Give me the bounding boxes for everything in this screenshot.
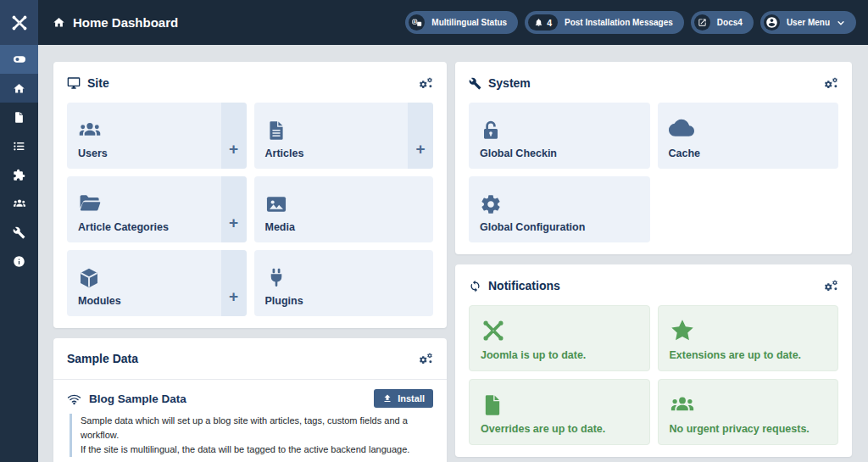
topbar-actions: Multilingual Status 4 Post Installation … [405,11,868,34]
file-icon [481,393,504,417]
tile-label: Global Checkin [480,148,557,159]
topbar: Home Dashboard Multilingual Status 4 Pos… [0,0,868,45]
cogs-icon [824,279,838,293]
tile-overrides-status[interactable]: Overrides are up to date. [469,379,650,445]
user-icon [764,14,780,31]
external-link-icon [694,14,710,31]
tile-users[interactable]: Users + [67,103,247,169]
sidebar-item-help[interactable] [0,247,38,276]
system-panel-header: System [469,72,838,94]
sync-icon [469,280,481,292]
tile-label: Articles [265,148,304,159]
tile-article-categories[interactable]: Article Categories + [67,176,247,242]
status-text: Joomla is up to date. [481,349,586,361]
home-icon [53,16,65,29]
menu-toggle-icon [13,53,26,66]
blog-sample-data-title: Blog Sample Data [89,392,186,405]
site-panel: Site Users + Articles + [53,62,447,328]
notifications-panel-header: Notifications [469,275,838,297]
user-menu-button[interactable]: User Menu [760,11,856,34]
sample-data-description: Sample data which will set up a blog sit… [70,414,433,457]
gear-icon [480,193,502,215]
tile-label: Global Configuration [480,221,585,233]
sidebar-item-users[interactable] [0,189,38,218]
tile-joomla-update-status[interactable]: Joomla is up to date. [469,305,650,371]
tile-extensions-update-status[interactable]: Extensions are up to date. [658,305,839,371]
joomla-logo-icon [10,14,29,32]
left-column: Site Users + Articles + [53,62,447,462]
sample-data-header: Sample Data [53,338,447,379]
user-menu-label: User Menu [787,18,830,27]
content-file-icon [13,111,25,124]
plug-icon [265,267,287,289]
system-options-button[interactable] [824,76,838,91]
users-icon [78,118,102,142]
add-user-button[interactable]: + [221,103,247,169]
chevron-down-icon [837,19,845,27]
tile-plugins[interactable]: Plugins [254,250,434,316]
multilingual-status-label: Multilingual Status [431,18,507,27]
status-text: Overrides are up to date. [481,423,605,435]
page-title-text: Home Dashboard [73,15,178,30]
cloud-icon [669,116,694,142]
upload-icon [382,393,392,404]
sidebar-item-system[interactable] [0,218,38,247]
tile-media[interactable]: Media [254,176,434,242]
wrench-icon [469,77,481,90]
star-icon [670,318,695,343]
sidebar-item-menus[interactable] [0,131,38,160]
language-icon [409,14,425,31]
post-installation-messages-label: Post Installation Messages [565,18,673,27]
tile-label: Modules [78,295,121,307]
sample-data-title: Sample Data [67,352,138,365]
joomla-icon [481,318,506,343]
post-installation-messages-button[interactable]: 4 Post Installation Messages [525,11,684,34]
sidebar-menu-toggle[interactable] [0,45,38,74]
add-module-button[interactable]: + [221,250,247,316]
tile-label: Media [265,221,295,233]
install-button[interactable]: Install [374,389,433,408]
menus-list-icon [13,140,25,153]
tile-modules[interactable]: Modules + [67,250,247,316]
tile-cache[interactable]: Cache [658,103,839,169]
sidebar-item-home[interactable] [0,74,38,103]
tile-articles[interactable]: Articles + [254,103,434,169]
add-category-button[interactable]: + [221,176,247,242]
monitor-icon [67,76,81,90]
folder-open-icon [78,192,102,215]
status-text: Extensions are up to date. [670,349,802,361]
home-icon [13,82,25,95]
site-options-button[interactable] [419,76,433,91]
multilingual-status-button[interactable]: Multilingual Status [405,11,518,34]
messages-count-badge: 4 [528,14,558,31]
docs-button[interactable]: Docs4 [691,11,754,34]
notifications-options-button[interactable] [824,279,838,293]
sample-data-options-button[interactable] [419,352,433,366]
notifications-panel: Notifications Joomla is up to date. Exte… [455,264,852,457]
system-tiles: Global Checkin Cache Global Configuratio… [469,103,838,242]
tile-label: Cache [669,148,701,159]
status-text: No urgent privacy requests. [670,423,810,435]
page-title: Home Dashboard [53,15,178,30]
article-icon [265,120,287,142]
tile-privacy-requests-status[interactable]: No urgent privacy requests. [658,379,839,445]
sidebar-item-content[interactable] [0,103,38,131]
messages-count: 4 [547,18,552,28]
tile-global-checkin[interactable]: Global Checkin [469,103,650,169]
joomla-logo[interactable] [0,0,38,45]
system-panel-title: System [488,76,531,90]
system-panel: System Global Checkin Cache [455,62,852,254]
sample-data-panel: Sample Data Blog Sample Data Install Sam… [53,338,447,462]
system-wrench-icon [13,226,25,239]
site-tiles: Users + Articles + Article Categories [67,103,433,316]
cogs-icon [419,76,433,91]
components-puzzle-icon [13,169,25,181]
tile-global-configuration[interactable]: Global Configuration [469,176,650,242]
sidebar-item-components[interactable] [0,160,38,189]
site-panel-header: Site [67,72,433,94]
add-article-button[interactable]: + [408,103,433,169]
notifications-panel-title: Notifications [488,279,560,292]
sidebar [0,45,38,462]
image-icon [265,193,287,215]
tile-label: Article Categories [78,221,169,233]
